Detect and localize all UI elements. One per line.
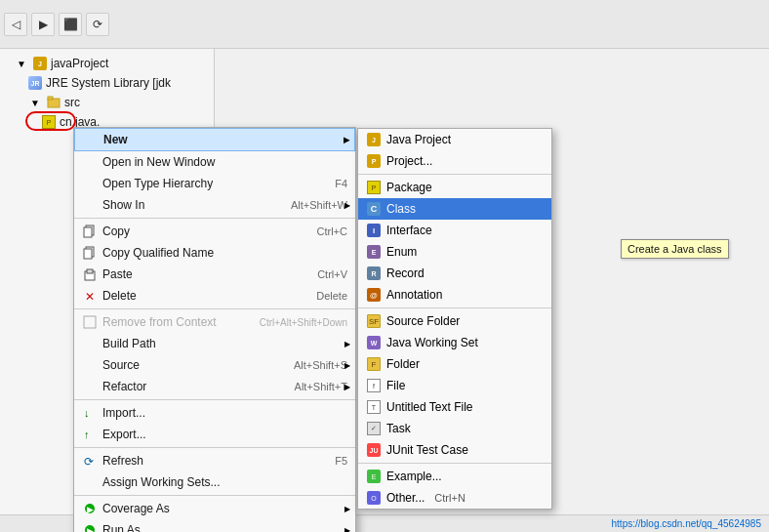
- open-hierarchy-shortcut: F4: [335, 178, 347, 189]
- menu-item-new[interactable]: New: [74, 128, 355, 151]
- annotation-icon: @: [366, 287, 382, 303]
- svg-text:⟳: ⟳: [84, 455, 94, 468]
- menu-item-coverage-as[interactable]: ▶ Coverage As: [74, 498, 355, 519]
- toolbar-btn-4[interactable]: ⟳: [86, 13, 109, 36]
- menu-label-refresh: Refresh: [102, 454, 325, 468]
- sub-sep-2: [358, 307, 551, 308]
- svg-text:↓: ↓: [84, 407, 90, 419]
- refactor-shortcut: Alt+Shift+T: [295, 381, 347, 392]
- menu-item-remove-context: Remove from Context Ctrl+Alt+Shift+Down: [74, 311, 355, 333]
- menu-item-delete[interactable]: ✕ Delete Delete: [74, 285, 355, 307]
- menu-label-copy-qualified: Copy Qualified Name: [102, 246, 347, 260]
- source-shortcut: Alt+Shift+S: [294, 359, 347, 371]
- menu-item-show-in[interactable]: Show In Alt+Shift+W: [74, 194, 355, 216]
- submenu-item-folder[interactable]: F Folder: [358, 353, 551, 375]
- show-in-shortcut: Alt+Shift+W: [291, 199, 347, 211]
- submenu-label-junit: JUnit Test Case: [386, 443, 468, 457]
- submenu-new: J Java Project P Project... P Package: [357, 128, 552, 510]
- menu-item-source[interactable]: Source Alt+Shift+S: [74, 354, 355, 376]
- svg-rect-3: [84, 227, 92, 237]
- submenu-item-file[interactable]: f File: [358, 375, 551, 396]
- src-expand-icon: ▼: [27, 95, 43, 110]
- submenu-label-class: Class: [386, 202, 416, 216]
- submenu-item-class[interactable]: C Class: [358, 198, 551, 220]
- paste-shortcut: Ctrl+V: [317, 268, 347, 280]
- menu-item-run-as[interactable]: ▶ Run As: [74, 519, 355, 532]
- submenu-item-enum[interactable]: E Enum: [358, 241, 551, 263]
- project-expand-icon: ▼: [14, 56, 29, 71]
- toolbar-btn-2[interactable]: ▶: [31, 13, 55, 36]
- sub-sep-1: [358, 174, 551, 175]
- paste-icon: [82, 266, 98, 282]
- submenu-label-interface: Interface: [386, 224, 432, 237]
- submenu-item-java-working-set[interactable]: W Java Working Set: [358, 332, 551, 353]
- class-icon: C: [366, 201, 382, 217]
- menu-item-paste[interactable]: Paste Ctrl+V: [74, 264, 355, 285]
- interface-icon: I: [366, 223, 382, 238]
- menu-item-import[interactable]: ↓ Import...: [74, 402, 355, 424]
- copy-icon: [82, 224, 98, 239]
- remove-context-shortcut: Ctrl+Alt+Shift+Down: [260, 317, 347, 328]
- submenu-item-source-folder[interactable]: SF Source Folder: [358, 310, 551, 332]
- refresh-shortcut: F5: [335, 455, 347, 467]
- submenu-item-project[interactable]: P Project...: [358, 150, 551, 172]
- java-project-icon: J: [366, 132, 382, 147]
- menu-label-open-hierarchy: Open Type Hierarchy: [102, 177, 325, 190]
- run-as-icon: ▶: [82, 522, 98, 532]
- menu-item-refresh[interactable]: ⟳ Refresh F5: [74, 450, 355, 471]
- menu-item-open-window[interactable]: Open in New Window: [74, 151, 355, 173]
- toolbar-btn-3[interactable]: ⬛: [59, 13, 82, 36]
- svg-rect-5: [84, 249, 92, 259]
- submenu-item-record[interactable]: R Record: [358, 263, 551, 284]
- refactor-icon: [82, 379, 98, 394]
- task-icon: ✓: [366, 421, 382, 436]
- submenu-item-untitled-text[interactable]: T Untitled Text File: [358, 396, 551, 418]
- menu-item-build-path[interactable]: Build Path: [74, 333, 355, 354]
- tree-item-src[interactable]: ▼ src: [0, 93, 214, 112]
- separator-1: [74, 218, 355, 219]
- menu-item-open-hierarchy[interactable]: Open Type Hierarchy F4: [74, 173, 355, 194]
- copy-shortcut: Ctrl+C: [317, 225, 347, 237]
- menu-label-open-window: Open in New Window: [102, 155, 347, 169]
- submenu-item-annotation[interactable]: @ Annotation: [358, 284, 551, 306]
- project-gen-icon: P: [366, 153, 382, 169]
- context-menu: New Open in New Window Open Type Hierarc…: [73, 127, 356, 532]
- svg-text:▶: ▶: [87, 505, 94, 514]
- import-icon: ↓: [82, 405, 98, 421]
- tree-item-jre[interactable]: JR JRE System Library [jdk: [0, 73, 214, 93]
- enum-icon: E: [366, 244, 382, 260]
- submenu-item-other[interactable]: O Other... Ctrl+N: [358, 487, 551, 509]
- submenu-item-interface[interactable]: I Interface: [358, 220, 551, 241]
- submenu-label-record: Record: [386, 266, 425, 280]
- submenu-item-java-project[interactable]: J Java Project: [358, 129, 551, 150]
- menu-item-refactor[interactable]: Refactor Alt+Shift+T: [74, 376, 355, 397]
- sub-sep-3: [358, 463, 551, 464]
- menu-item-export[interactable]: ↑ Export...: [74, 424, 355, 445]
- tooltip: Create a Java class: [621, 239, 729, 259]
- tree-item-project[interactable]: ▼ J javaProject: [0, 54, 214, 73]
- menu-label-source: Source: [102, 358, 284, 372]
- submenu-item-package[interactable]: P Package: [358, 177, 551, 198]
- menu-item-copy-qualified[interactable]: Copy Qualified Name: [74, 242, 355, 264]
- svg-rect-9: [84, 316, 96, 328]
- svg-rect-7: [87, 269, 93, 273]
- menu-item-copy[interactable]: Copy Ctrl+C: [74, 221, 355, 242]
- menu-label-assign-working: Assign Working Sets...: [102, 475, 347, 489]
- toolbar-btn-1[interactable]: ◁: [4, 13, 27, 36]
- submenu-label-folder: Folder: [386, 357, 420, 371]
- submenu-label-java-project: Java Project: [386, 133, 451, 146]
- submenu-item-junit[interactable]: JU JUnit Test Case: [358, 439, 551, 461]
- menu-label-show-in: Show In: [102, 198, 281, 212]
- submenu-item-task[interactable]: ✓ Task: [358, 418, 551, 439]
- record-icon: R: [366, 266, 382, 281]
- assign-working-icon: [82, 474, 98, 490]
- other-icon: O: [366, 490, 382, 506]
- jre-icon: JR: [27, 75, 43, 91]
- java-working-set-icon: W: [366, 335, 382, 350]
- tree-label-jre: JRE System Library [jdk: [46, 76, 171, 90]
- menu-label-import: Import...: [102, 406, 347, 420]
- submenu-item-example[interactable]: E Example...: [358, 466, 551, 487]
- separator-2: [74, 308, 355, 309]
- menu-item-assign-working[interactable]: Assign Working Sets...: [74, 471, 355, 493]
- file-icon: f: [366, 378, 382, 393]
